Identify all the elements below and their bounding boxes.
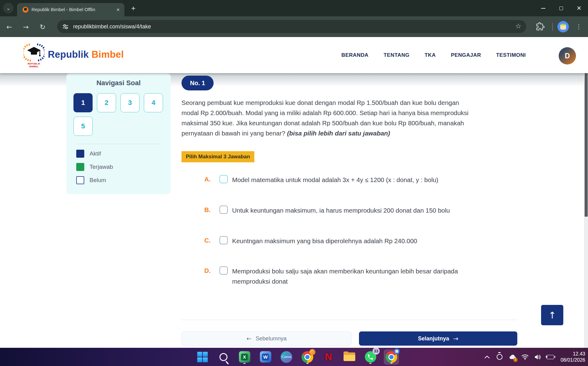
question-note: (bisa pilih lebih dari satu jawaban) <box>287 130 390 137</box>
taskbar-search-button[interactable] <box>216 350 231 364</box>
whatsapp-badge: 33 <box>373 347 380 355</box>
previous-label: Sebelumnya <box>256 335 286 342</box>
onedrive-warning-badge: ! <box>513 358 518 362</box>
option-c-checkbox[interactable] <box>219 236 228 244</box>
option-letter: B. <box>204 206 214 214</box>
question-text: Seorang pembuat kue memproduksi kue dona… <box>181 98 523 138</box>
legend-item-terjawab: Terjawab <box>76 163 113 171</box>
browser-menu-icon[interactable]: ⋮ <box>574 22 583 31</box>
nav-item-pengajar[interactable]: PENGAJAR <box>451 52 481 58</box>
netflix-icon: N <box>325 351 332 363</box>
url-text[interactable]: republikbimbel.com/siswa/4/take <box>73 20 151 33</box>
browser-toolbar: ← → ↻ republikbimbel.com/siswa/4/take ☆ … <box>0 16 588 37</box>
clock-date: 08/01/2026 <box>561 357 585 363</box>
option-letter: C. <box>204 237 214 244</box>
next-button[interactable]: Selanjutnya → <box>359 331 517 346</box>
minimize-button[interactable] <box>534 0 552 16</box>
battery-icon[interactable] <box>547 353 554 361</box>
svg-text:BIMBEL: BIMBEL <box>29 65 39 68</box>
windows-start-icon <box>197 352 208 362</box>
nav-item-beranda[interactable]: BERANDA <box>341 52 369 58</box>
file-explorer-button[interactable] <box>342 350 357 364</box>
forward-button[interactable]: → <box>21 22 31 32</box>
reload-button[interactable]: ↻ <box>38 22 48 32</box>
whatsapp-button[interactable]: 33 <box>363 350 378 364</box>
browser-tab-strip: ⌄ Republik Bimbel - Bimbel Offlin × + ✕ <box>0 0 588 16</box>
maximize-button[interactable] <box>552 0 570 16</box>
extensions-icon[interactable] <box>536 22 545 31</box>
onedrive-icon[interactable]: ! <box>509 353 516 361</box>
previous-button[interactable]: ← Sebelumnya <box>181 331 352 346</box>
nav-item-testimoni[interactable]: TESTIMONI <box>496 52 526 58</box>
legend-item-aktif: Aktif <box>76 150 113 158</box>
status-legend: Aktif Terjawab Belum <box>76 150 113 189</box>
tab-title: Republik Bimbel - Bimbel Offlin <box>31 7 114 13</box>
back-button[interactable]: ← <box>4 22 14 32</box>
taskbar: X W Canva N <box>0 348 588 366</box>
tray-chevron-up-icon[interactable] <box>483 353 491 361</box>
belum-swatch <box>76 176 84 184</box>
excel-app-button[interactable]: X <box>237 350 252 364</box>
clock-time: 12.43 <box>561 351 585 357</box>
browser-profile-avatar[interactable] <box>557 21 569 32</box>
question-number-badge: No. 1 <box>181 76 214 90</box>
system-tray: ! 12.43 08/01/2026 <box>483 348 585 366</box>
new-tab-button[interactable]: + <box>129 4 138 13</box>
canva-app-button[interactable]: Canva <box>279 350 294 364</box>
site-favicon-icon <box>23 7 28 13</box>
question-button-2[interactable]: 2 <box>97 93 116 112</box>
option-row-d: D. Memproduksi bolu salju saja akan memb… <box>204 266 510 286</box>
netflix-app-button[interactable]: N <box>321 350 336 364</box>
user-avatar[interactable]: D <box>559 47 576 64</box>
logo-caption: REPUBLIK <box>28 62 40 65</box>
page-scrollbar[interactable] <box>584 37 588 348</box>
arrow-up-icon: ↑ <box>548 310 556 321</box>
tab-search-button[interactable]: ⌄ <box>3 3 14 13</box>
option-text: Keuntngan maksimum yang bisa diperolehny… <box>232 236 510 246</box>
chevron-down-icon: ⌄ <box>6 5 10 11</box>
browser-tab[interactable]: Republik Bimbel - Bimbel Offlin × <box>17 3 124 16</box>
window-controls: ✕ <box>534 0 588 16</box>
emoji-overlay-icon <box>309 349 315 355</box>
option-text: Untuk keuntungan maksimum, ia harus memp… <box>232 205 510 215</box>
wifi-icon[interactable] <box>521 353 529 361</box>
option-row-a: A. Model matematika untuk modal adalah 3… <box>204 175 510 185</box>
nav-item-tentang[interactable]: TENTANG <box>384 52 410 58</box>
next-label: Selanjutnya <box>418 335 449 342</box>
scroll-to-top-button[interactable]: ↑ <box>541 305 563 325</box>
question-button-1[interactable]: 1 <box>73 93 93 112</box>
chrome-active-button[interactable] <box>384 350 399 364</box>
close-window-button[interactable]: ✕ <box>570 0 588 16</box>
tray-ring-icon[interactable] <box>496 353 503 361</box>
brand-logo-icon[interactable]: REPUBLIK BIMBEL <box>23 41 44 69</box>
tab-close-icon[interactable]: × <box>115 6 121 13</box>
brand-secondary: Bimbel <box>92 49 124 60</box>
option-d-checkbox[interactable] <box>219 266 228 275</box>
option-text: Memproduksi bolu salju saja akan memberi… <box>232 266 510 286</box>
word-icon: W <box>260 351 271 363</box>
folder-icon <box>344 352 355 362</box>
bookmark-star-icon[interactable]: ☆ <box>515 22 521 30</box>
question-number-grid: 1 2 3 4 5 <box>73 93 164 136</box>
question-button-5[interactable]: 5 <box>73 117 93 136</box>
clock[interactable]: 12.43 08/01/2026 <box>561 351 585 363</box>
site-settings-icon[interactable] <box>61 23 69 31</box>
start-button[interactable] <box>195 350 210 364</box>
question-button-3[interactable]: 3 <box>120 93 140 112</box>
brand-wordmark[interactable]: RepublikBimbel <box>48 49 124 60</box>
option-a-checkbox[interactable] <box>219 175 228 183</box>
brand-primary: Republik <box>48 49 89 60</box>
profile-picture <box>560 24 566 30</box>
volume-icon[interactable] <box>534 353 541 361</box>
nav-item-tka[interactable]: TKA <box>425 52 436 58</box>
chrome-app-button[interactable] <box>300 350 315 364</box>
search-icon <box>219 353 227 361</box>
address-bar[interactable]: republikbimbel.com/siswa/4/take ☆ <box>57 20 526 33</box>
arrow-right-icon: → <box>453 335 458 342</box>
question-button-4[interactable]: 4 <box>144 93 163 112</box>
panel-divider <box>76 144 161 144</box>
legend-label: Aktif <box>90 150 101 157</box>
close-icon: ✕ <box>577 5 582 11</box>
option-b-checkbox[interactable] <box>219 206 228 214</box>
word-app-button[interactable]: W <box>258 350 273 364</box>
